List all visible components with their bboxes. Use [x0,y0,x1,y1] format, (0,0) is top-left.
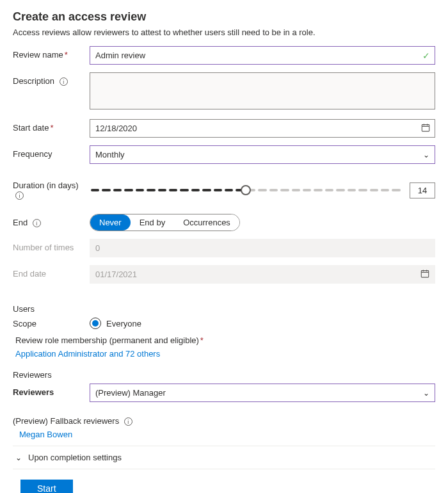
frequency-select[interactable]: Monthly ⌄ [90,145,435,164]
end-date-label: End date [13,265,90,279]
review-name-label: Review name* [13,46,90,60]
end-option-occurrences[interactable]: Occurrences [174,214,239,230]
end-pillgroup: Never End by Occurrences [90,214,240,231]
reviewers-select[interactable]: (Preview) Manager ⌄ [90,384,435,402]
description-input[interactable] [90,72,435,109]
duration-label: Duration (in days) i [13,181,90,200]
frequency-label: Frequency [13,145,90,159]
slider-thumb[interactable] [241,185,251,195]
role-membership-link[interactable]: Application Administrator and 72 others [15,349,435,359]
page-subtitle: Access reviews allow reviewers to attest… [13,28,435,37]
number-of-times-label: Number of times [13,239,90,252]
review-role-label: Review role membership (permanent and el… [15,335,199,345]
svg-rect-4 [421,270,428,277]
svg-rect-0 [422,124,429,131]
review-name-input[interactable] [90,46,435,65]
calendar-icon[interactable] [421,123,430,134]
fallback-reviewer-link[interactable]: Megan Bowen [19,430,435,439]
end-option-never[interactable]: Never [90,214,131,230]
chevron-down-icon: ⌄ [15,453,22,462]
number-of-times-field: 0 [90,239,435,257]
check-icon: ✓ [422,51,430,61]
end-date-field: 01/17/2021 [90,265,435,284]
reviewers-label: Reviewers [13,384,90,397]
fallback-reviewers-label: (Preview) Fallback reviewers i [13,416,435,426]
duration-days-input[interactable]: 14 [410,182,435,198]
page-title: Create an access review [13,10,435,24]
scope-radio-everyone-label: Everyone [106,319,141,328]
info-icon[interactable]: i [60,77,68,86]
info-icon[interactable]: i [33,219,41,227]
start-button[interactable]: Start [20,480,73,493]
duration-slider[interactable] [90,184,402,197]
start-date-input[interactable] [90,119,435,138]
description-label: Description i [13,72,90,86]
end-label: End i [13,218,90,227]
chevron-down-icon: ⌄ [423,150,429,159]
start-date-label: Start date* [13,119,90,133]
info-icon[interactable]: i [124,417,132,426]
reviewers-section-label: Reviewers [13,370,435,380]
scope-label: Scope [13,319,90,328]
chevron-down-icon: ⌄ [423,389,429,398]
upon-completion-expander[interactable]: ⌄ Upon completion settings [13,446,435,469]
info-icon[interactable]: i [15,191,24,200]
calendar-icon [420,269,429,280]
scope-radio-everyone[interactable] [90,318,101,329]
users-section-label: Users [13,304,435,314]
end-option-endby[interactable]: End by [131,214,174,230]
